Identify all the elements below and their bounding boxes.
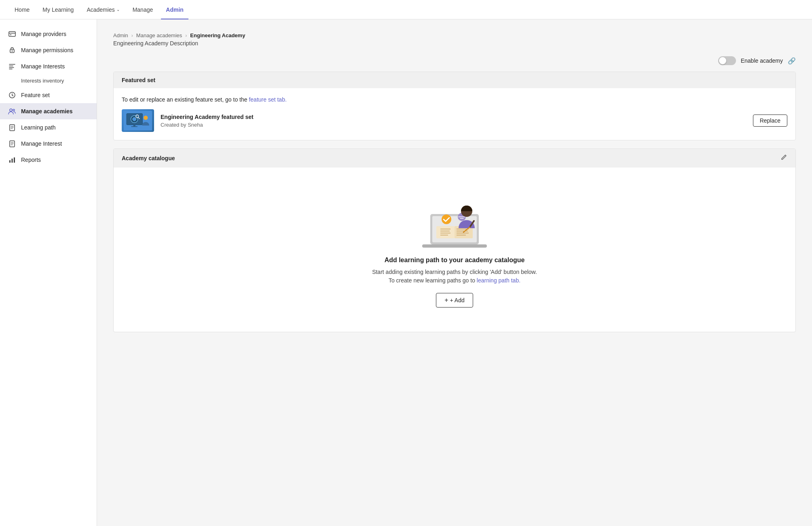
catalogue-illustration (418, 192, 491, 248)
feature-set-icon (8, 91, 16, 99)
featured-item-creator: Created by Sneha (161, 122, 746, 128)
featured-set-body: To edit or replace an existing feature s… (114, 88, 795, 140)
sidebar-item-reports[interactable]: Reports (0, 152, 97, 168)
sidebar-label-manage-interest: Manage Interest (21, 140, 62, 147)
svg-rect-0 (9, 32, 15, 36)
sidebar-label-feature-set: Feature set (21, 92, 50, 98)
sidebar-item-feature-set[interactable]: Feature set (0, 87, 97, 103)
featured-thumbnail (122, 109, 154, 132)
sidebar-item-manage-interest[interactable]: Manage Interest (0, 136, 97, 152)
featured-item-info: Engineering Academy featured set Created… (161, 114, 746, 128)
feature-set-tab-link[interactable]: feature set tab. (249, 96, 286, 103)
manage-interest-icon (8, 140, 16, 148)
svg-point-34 (442, 214, 451, 224)
sidebar-item-manage-permissions[interactable]: Manage permissions (0, 42, 97, 58)
sidebar-item-learning-path[interactable]: Learning path (0, 119, 97, 136)
main-layout: Manage providers Manage permissions Mana… (0, 19, 812, 526)
replace-button[interactable]: Replace (753, 115, 787, 127)
featured-set-card: Featured set To edit or replace an exist… (113, 72, 796, 140)
enable-academy-label: Enable academy (741, 57, 783, 64)
top-navigation: Home My Learning Academies ⌄ Manage Admi… (0, 0, 812, 19)
svg-rect-17 (131, 126, 137, 127)
learning-path-icon (8, 123, 16, 132)
svg-rect-11 (14, 157, 15, 163)
sidebar-label-interests-inventory: Interests inventory (21, 78, 64, 84)
catalogue-empty-state: Add learning path to your academy catalo… (122, 176, 787, 324)
manage-academies-icon (8, 107, 16, 115)
sidebar-label-manage-permissions: Manage permissions (21, 47, 73, 53)
breadcrumb-current: Engineering Academy (190, 32, 245, 38)
link-icon[interactable]: 🔗 (788, 57, 796, 65)
sidebar-item-manage-interests[interactable]: Manage Interests (0, 58, 97, 74)
page-subtitle: Engineering Academy Description (113, 40, 796, 47)
manage-permissions-icon (8, 46, 16, 54)
breadcrumb-admin[interactable]: Admin (113, 32, 128, 38)
catalogue-empty-desc: Start adding existing learning paths by … (372, 268, 537, 285)
sidebar-label-manage-providers: Manage providers (21, 31, 66, 37)
sidebar-item-manage-providers[interactable]: Manage providers (0, 26, 97, 42)
breadcrumb-manage-academies[interactable]: Manage academies (136, 32, 182, 38)
featured-set-header: Featured set (114, 72, 795, 88)
enable-academy-toggle[interactable] (718, 56, 736, 65)
svg-rect-10 (12, 159, 13, 163)
enable-academy-row: Enable academy 🔗 (113, 56, 796, 65)
main-content: Admin › Manage academies › Engineering A… (97, 19, 812, 526)
svg-rect-23 (422, 244, 487, 248)
plus-icon: + (444, 297, 448, 304)
featured-item-title: Engineering Academy featured set (161, 114, 746, 120)
academy-catalogue-card: Academy catalogue (113, 148, 796, 332)
svg-point-18 (144, 116, 148, 120)
svg-rect-24 (436, 226, 455, 238)
edit-icon[interactable] (780, 154, 787, 163)
academy-catalogue-title: Academy catalogue (122, 155, 175, 161)
academy-catalogue-header: Academy catalogue (114, 149, 795, 168)
learning-path-tab-link[interactable]: learning path tab. (477, 277, 520, 284)
breadcrumb-sep-2: › (185, 33, 187, 38)
academy-catalogue-body: Add learning path to your academy catalo… (114, 168, 795, 332)
chevron-down-icon: ⌄ (116, 7, 120, 12)
featured-item: Engineering Academy featured set Created… (122, 109, 787, 132)
nav-manage[interactable]: Manage (128, 0, 158, 19)
svg-point-6 (13, 109, 15, 111)
nav-home[interactable]: Home (10, 0, 34, 19)
sidebar-label-learning-path: Learning path (21, 124, 56, 131)
nav-admin[interactable]: Admin (161, 0, 188, 19)
svg-point-3 (12, 51, 13, 52)
svg-rect-9 (9, 160, 11, 163)
featured-set-description: To edit or replace an existing feature s… (122, 96, 787, 103)
sidebar-item-manage-academies[interactable]: Manage academies (0, 103, 97, 119)
manage-interests-icon (8, 62, 16, 70)
svg-point-15 (133, 117, 136, 121)
nav-my-learning[interactable]: My Learning (38, 0, 78, 19)
svg-rect-1 (10, 34, 11, 35)
manage-providers-icon (8, 30, 16, 38)
breadcrumb-sep-1: › (131, 33, 133, 38)
add-button[interactable]: + + Add (436, 293, 473, 308)
breadcrumb: Admin › Manage academies › Engineering A… (113, 32, 796, 38)
reports-icon (8, 156, 16, 164)
svg-point-5 (10, 109, 12, 111)
sidebar-label-manage-academies: Manage academies (21, 108, 73, 115)
sidebar-label-reports: Reports (21, 157, 41, 163)
sidebar: Manage providers Manage permissions Mana… (0, 19, 97, 526)
sidebar-label-manage-interests: Manage Interests (21, 63, 65, 70)
featured-set-title: Featured set (122, 77, 155, 83)
sidebar-item-interests-inventory[interactable]: Interests inventory (0, 74, 97, 87)
catalogue-empty-title: Add learning path to your academy catalo… (385, 257, 525, 264)
nav-academies[interactable]: Academies ⌄ (82, 0, 124, 19)
